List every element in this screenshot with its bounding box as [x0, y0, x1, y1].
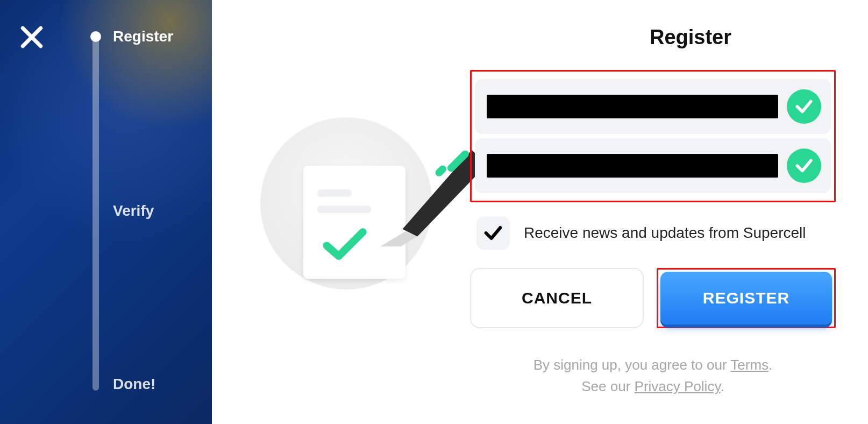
step-label: Verify — [113, 202, 154, 220]
main-panel: Register — [212, 0, 868, 424]
legal-line1-post: . — [769, 357, 772, 373]
close-icon — [18, 24, 45, 51]
check-icon — [794, 156, 814, 176]
field-valid-badge — [787, 149, 821, 183]
step-done: Done! — [88, 376, 155, 393]
email-confirm-value-redacted — [487, 154, 778, 178]
step-verify: Verify — [88, 202, 154, 220]
legal-text: By signing up, you agree to our Terms. S… — [470, 354, 836, 398]
step-label: Register — [113, 28, 173, 45]
register-button-highlight: REGISTER — [657, 268, 836, 328]
svg-marker-1 — [380, 231, 417, 246]
legal-line2-pre: See our — [581, 378, 634, 394]
page-title: Register — [212, 26, 868, 49]
check-icon — [794, 96, 814, 117]
close-button[interactable] — [18, 24, 45, 51]
register-button[interactable]: REGISTER — [660, 272, 832, 324]
step-dot-icon — [88, 377, 103, 392]
email-value-redacted — [487, 95, 778, 118]
check-icon — [482, 222, 504, 244]
check-icon — [321, 226, 369, 264]
step-label: Done! — [113, 376, 155, 393]
email-confirm-field[interactable] — [475, 138, 831, 193]
step-register: Register — [88, 28, 173, 45]
svg-rect-3 — [434, 164, 448, 178]
register-illustration — [260, 117, 432, 289]
step-dot-icon — [88, 29, 103, 44]
privacy-link[interactable]: Privacy Policy — [635, 378, 721, 394]
terms-link[interactable]: Terms — [730, 357, 769, 373]
cancel-button[interactable]: CANCEL — [470, 268, 644, 328]
input-fields-group — [470, 70, 836, 202]
legal-line1-pre: By signing up, you agree to our — [533, 357, 731, 373]
legal-line2-post: . — [720, 378, 724, 394]
step-dot-icon — [88, 203, 103, 218]
register-form: Receive news and updates from Supercell … — [470, 70, 836, 398]
field-valid-badge — [787, 89, 821, 124]
newsletter-checkbox[interactable] — [476, 216, 510, 250]
button-row: CANCEL REGISTER — [470, 268, 836, 328]
newsletter-row: Receive news and updates from Supercell — [476, 216, 836, 250]
sidebar: Register Verify Done! — [0, 0, 212, 424]
email-field[interactable] — [475, 79, 831, 134]
newsletter-label: Receive news and updates from Supercell — [524, 224, 806, 242]
